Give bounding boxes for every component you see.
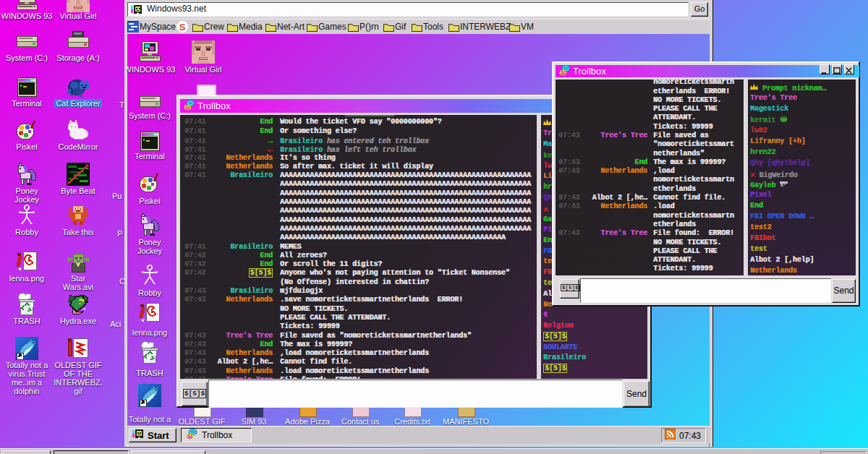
svg-text:S: S <box>179 22 186 33</box>
